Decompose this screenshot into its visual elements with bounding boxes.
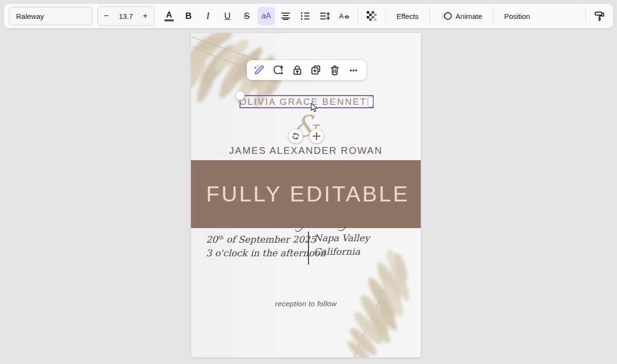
ampersand-ornament[interactable]: & <box>191 110 421 144</box>
rotate-handle[interactable] <box>288 129 303 144</box>
underline-button[interactable]: U <box>219 7 236 25</box>
text-format-toolbar: Raleway − 13.7 + A B I U S aA <box>4 4 613 28</box>
animate-label: Animate <box>456 12 482 20</box>
time-text: 3 o'clock in the afternoon <box>206 246 303 260</box>
uppercase-toggle-button[interactable]: aA <box>257 7 275 25</box>
lock-button[interactable] <box>291 64 304 77</box>
design-editor: Raleway − 13.7 + A B I U S aA <box>0 0 617 364</box>
position-label: Position <box>504 12 530 20</box>
bulleted-list-button[interactable] <box>296 7 314 25</box>
venue-state: California <box>314 245 411 258</box>
toolbar-separator <box>358 10 358 22</box>
font-size-value[interactable]: 13.7 <box>115 12 137 20</box>
font-size-increase-button[interactable]: + <box>137 11 154 21</box>
design-canvas[interactable]: ••• OLIVIA GRACE BENNETT & <box>191 33 421 357</box>
animate-button[interactable]: Animate <box>435 7 488 25</box>
groom-name-text[interactable]: JAMES ALEXANDER ROWAN <box>191 145 421 156</box>
toolbar-separator <box>493 10 494 22</box>
font-size-decrease-button[interactable]: − <box>98 11 115 21</box>
font-family-selector[interactable]: Raleway <box>9 7 92 25</box>
font-size-control: − 13.7 + <box>97 6 154 26</box>
bride-name-text: OLIVIA GRACE BENNETT <box>240 97 374 107</box>
column-divider <box>308 232 309 265</box>
transparency-icon <box>366 11 377 21</box>
letter-spacing-button[interactable]: A <box>335 7 353 25</box>
text-color-icon: A <box>166 11 172 18</box>
transparency-button[interactable] <box>363 7 380 25</box>
date-ordinal: th <box>218 234 223 241</box>
delete-button[interactable] <box>328 64 341 77</box>
toolbar-separator <box>429 10 430 22</box>
add-comment-button[interactable] <box>272 64 285 77</box>
bulleted-list-icon <box>300 11 310 21</box>
event-venue-text[interactable]: Napa Valley California <box>314 231 411 258</box>
letter-spacing-icon: A <box>338 11 350 21</box>
align-center-button[interactable] <box>277 7 294 25</box>
more-options-button[interactable]: ••• <box>347 64 360 77</box>
text-color-swatch <box>164 19 174 21</box>
line-spacing-icon <box>319 11 330 21</box>
align-center-icon <box>280 11 291 21</box>
position-button[interactable]: Position <box>498 7 536 25</box>
bold-button[interactable]: B <box>180 7 197 25</box>
add-comment-icon <box>273 65 284 76</box>
text-color-button[interactable]: A <box>160 7 178 25</box>
resize-handle-right[interactable] <box>368 97 373 107</box>
magic-edit-icon <box>253 65 266 76</box>
copy-style-icon <box>594 10 605 22</box>
toolbar-separator <box>585 10 586 22</box>
strikethrough-button[interactable]: S <box>238 7 256 25</box>
bride-name-textbox[interactable]: OLIVIA GRACE BENNETT <box>240 95 374 108</box>
duplicate-button[interactable] <box>309 64 322 77</box>
lock-icon <box>291 65 303 76</box>
line-spacing-button[interactable] <box>316 7 333 25</box>
duplicate-icon <box>310 65 322 76</box>
element-context-toolbar: ••• <box>247 60 366 80</box>
event-datetime-text[interactable]: 20th of September 2025 3 o'clock in the … <box>206 231 303 260</box>
animate-icon <box>441 11 452 21</box>
resize-handle-top-left[interactable] <box>235 91 245 100</box>
date-day: 20 <box>206 234 218 245</box>
banner-text: FULLY EDITABLE <box>202 182 410 207</box>
trash-icon <box>329 65 341 76</box>
effects-label: Effects <box>396 12 419 20</box>
move-handle[interactable] <box>309 129 324 144</box>
svg-text:A: A <box>339 12 344 20</box>
italic-button[interactable]: I <box>199 7 217 25</box>
rotate-icon <box>291 132 300 140</box>
fully-editable-banner[interactable]: FULLY EDITABLE <box>191 160 421 228</box>
font-family-value: Raleway <box>16 12 44 20</box>
magic-edit-button[interactable] <box>253 64 266 77</box>
effects-button[interactable]: Effects <box>391 7 425 25</box>
reception-note-text[interactable]: reception to follow <box>191 299 421 308</box>
more-icon: ••• <box>350 66 358 74</box>
venue-city: Napa Valley <box>314 231 411 245</box>
date-rest: of September 2025 <box>223 234 316 245</box>
toolbar-separator <box>385 10 386 22</box>
copy-style-button[interactable] <box>591 7 608 25</box>
move-icon <box>312 132 321 140</box>
